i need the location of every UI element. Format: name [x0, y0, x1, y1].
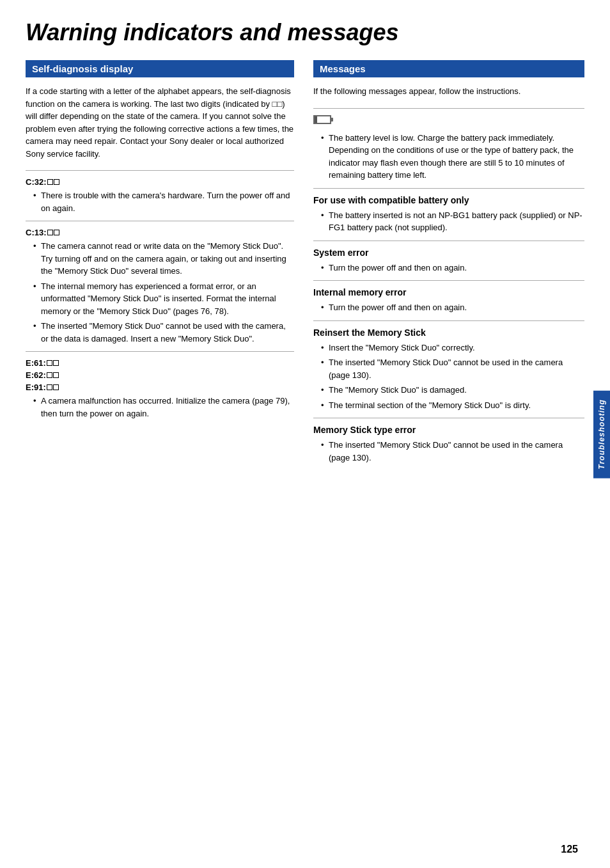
square-sym-5: [47, 360, 52, 366]
battery-icon: [313, 115, 584, 128]
page-number: 125: [561, 844, 578, 855]
code-e91-label: E:91:: [26, 383, 294, 392]
self-diagnosis-header: Self-diagnosis display: [26, 60, 294, 77]
battery-section: The battery level is low. Charge the bat…: [313, 115, 584, 182]
divider-right-2: [313, 188, 584, 189]
code-c32-label: C:32:: [26, 177, 294, 187]
memory-stick-type-error-heading: Memory Stick type error: [313, 425, 584, 435]
internal-memory-error-section: Internal memory error Turn the power off…: [313, 287, 584, 314]
square-sym-1: [47, 179, 53, 185]
list-item: The internal memory has experienced a fo…: [35, 280, 294, 318]
divider-1: [26, 170, 294, 171]
code-c13-label: C:13:: [26, 228, 294, 237]
list-item: Insert the "Memory Stick Duo" correctly.: [322, 342, 584, 354]
square-sym-6: [53, 360, 59, 366]
code-e62: E:62:: [26, 370, 294, 380]
list-item: Turn the power off and then on again.: [322, 262, 584, 274]
divider-right-6: [313, 418, 584, 418]
list-item: The camera cannot read or write data on …: [35, 240, 294, 278]
list-item: The inserted "Memory Stick Duo" cannot b…: [322, 439, 584, 464]
divider-right-5: [313, 320, 584, 321]
compatible-battery-bullets: The battery inserted is not an NP-BG1 ba…: [313, 209, 584, 234]
square-sym-8: [53, 372, 59, 378]
messages-intro: If the following messages appear, follow…: [313, 85, 584, 98]
list-item: The inserted "Memory Stick Duo" cannot b…: [322, 356, 584, 381]
list-item: The inserted "Memory Stick Duo" cannot b…: [35, 320, 294, 345]
code-e91-bullets: A camera malfunction has occurred. Initi…: [26, 395, 294, 420]
code-c13: C:13: The camera cannot read or write da…: [26, 228, 294, 345]
compatible-battery-section: For use with compatible battery only The…: [313, 195, 584, 234]
left-column: Self-diagnosis display If a code startin…: [26, 60, 294, 466]
reinsert-memory-stick-section: Reinsert the Memory Stick Insert the "Me…: [313, 327, 584, 412]
square-sym-10: [53, 384, 59, 390]
list-item: Turn the power off and then on again.: [322, 301, 584, 314]
code-c32: C:32: There is trouble with the camera's…: [26, 177, 294, 214]
reinsert-bullets: Insert the "Memory Stick Duo" correctly.…: [313, 342, 584, 412]
system-error-section: System error Turn the power off and then…: [313, 248, 584, 274]
divider-2: [26, 221, 294, 221]
square-sym-4: [54, 230, 59, 235]
code-e91: E:91: A camera malfunction has occurred.…: [26, 383, 294, 420]
self-diagnosis-intro: If a code starting with a letter of the …: [26, 85, 294, 160]
compatible-battery-heading: For use with compatible battery only: [313, 195, 584, 205]
square-sym-3: [47, 230, 53, 235]
memory-stick-type-error-bullets: The inserted "Memory Stick Duo" cannot b…: [313, 439, 584, 464]
list-item: The terminal section of the "Memory Stic…: [322, 399, 584, 412]
code-c13-bullets: The camera cannot read or write data on …: [26, 240, 294, 345]
square-sym-7: [47, 372, 52, 378]
list-item: The "Memory Stick Duo" is damaged.: [322, 384, 584, 397]
code-e62-label: E:62:: [26, 370, 294, 380]
list-item: The battery inserted is not an NP-BG1 ba…: [322, 209, 584, 234]
divider-right-4: [313, 280, 584, 281]
page-title: Warning indicators and messages: [26, 19, 584, 46]
system-error-heading: System error: [313, 248, 584, 258]
list-item: There is trouble with the camera's hardw…: [35, 189, 294, 214]
code-c32-bullets: There is trouble with the camera's hardw…: [26, 189, 294, 214]
battery-bullets: The battery level is low. Charge the bat…: [313, 132, 584, 182]
reinsert-memory-stick-heading: Reinsert the Memory Stick: [313, 327, 584, 338]
messages-header: Messages: [313, 60, 584, 77]
divider-3: [26, 351, 294, 352]
internal-memory-error-heading: Internal memory error: [313, 287, 584, 297]
sidebar-tab: Troubleshooting: [593, 390, 610, 478]
list-item: The battery level is low. Charge the bat…: [322, 132, 584, 182]
square-sym-2: [54, 179, 59, 185]
list-item: A camera malfunction has occurred. Initi…: [35, 395, 294, 420]
internal-memory-error-bullets: Turn the power off and then on again.: [313, 301, 584, 314]
memory-stick-type-error-section: Memory Stick type error The inserted "Me…: [313, 425, 584, 464]
code-e61: E:61:: [26, 358, 294, 368]
divider-right-3: [313, 241, 584, 241]
code-e61-label: E:61:: [26, 358, 294, 368]
divider-right-1: [313, 108, 584, 109]
right-column: Messages If the following messages appea…: [313, 60, 584, 466]
system-error-bullets: Turn the power off and then on again.: [313, 262, 584, 274]
square-sym-9: [47, 384, 52, 390]
